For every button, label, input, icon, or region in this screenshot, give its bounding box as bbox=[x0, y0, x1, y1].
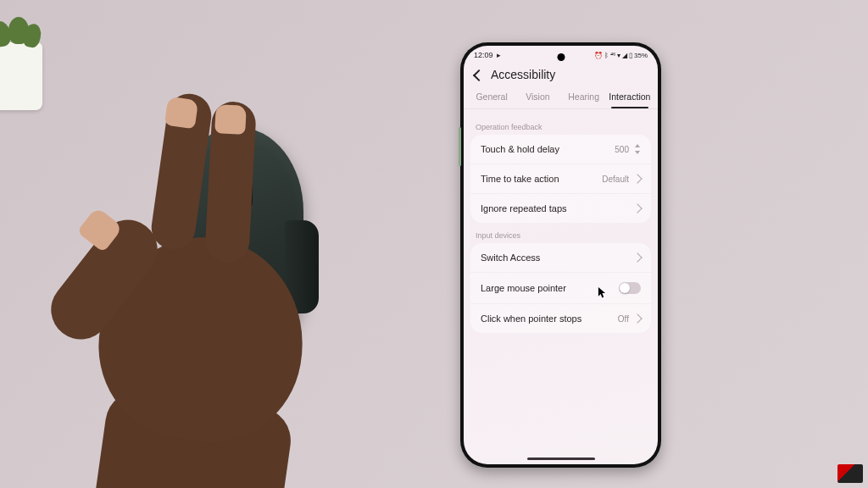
alarm-icon: ⏰ bbox=[594, 52, 603, 59]
row-time-to-take-action[interactable]: Time to take action Default bbox=[470, 164, 651, 193]
row-click-when-pointer-stops[interactable]: Click when pointer stops Off bbox=[470, 303, 651, 333]
status-time: 12:09 bbox=[474, 51, 493, 59]
phone-screen: 12:09 ▸ ⏰ ᛒ ⁴⁶ ▾ ◢ ▯ 35% Accessibility G… bbox=[464, 46, 658, 464]
watermark-logo bbox=[837, 464, 863, 483]
computer-mouse bbox=[172, 127, 303, 347]
page-title: Accessibility bbox=[491, 68, 555, 81]
row-label: Touch & hold delay bbox=[481, 144, 615, 154]
chevron-right-icon bbox=[632, 252, 642, 262]
battery-icon: ▯ bbox=[629, 52, 632, 59]
tab-hearing[interactable]: Hearing bbox=[561, 86, 607, 108]
tab-vision[interactable]: Vision bbox=[515, 86, 560, 108]
tab-general[interactable]: General bbox=[469, 86, 515, 108]
phone-frame: 12:09 ▸ ⏰ ᛒ ⁴⁶ ▾ ◢ ▯ 35% Accessibility G… bbox=[460, 42, 661, 468]
section-label-operation-feedback: Operation feedback bbox=[470, 114, 651, 135]
gesture-bar[interactable] bbox=[527, 458, 595, 460]
operation-feedback-card: Touch & hold delay 500 Time to take acti… bbox=[470, 135, 651, 223]
row-ignore-repeated-taps[interactable]: Ignore repeated taps bbox=[470, 193, 651, 223]
tab-interaction[interactable]: Interaction bbox=[607, 86, 653, 108]
chevron-right-icon bbox=[632, 203, 642, 213]
volte-icon: ⁴⁶ bbox=[610, 52, 615, 59]
section-label-input-devices: Input devices bbox=[470, 223, 651, 243]
toggle-large-mouse-pointer[interactable] bbox=[619, 282, 641, 294]
row-touch-hold-delay[interactable]: Touch & hold delay 500 bbox=[470, 135, 651, 164]
plant-pot bbox=[0, 0, 51, 119]
hand-holding-mouse bbox=[92, 119, 371, 483]
chevron-right-icon bbox=[632, 174, 642, 183]
row-large-mouse-pointer[interactable]: Large mouse pointer bbox=[470, 272, 651, 303]
row-label: Switch Access bbox=[481, 252, 634, 263]
video-icon: ▸ bbox=[497, 51, 501, 59]
stepper-icon bbox=[634, 144, 641, 154]
battery-percent: 35% bbox=[634, 52, 648, 59]
camera-hole bbox=[557, 53, 565, 61]
bluetooth-icon: ᛒ bbox=[604, 52, 609, 59]
back-button[interactable] bbox=[472, 69, 484, 80]
input-devices-card: Switch Access Large mouse pointer Click … bbox=[470, 243, 651, 333]
row-value: Default bbox=[602, 175, 629, 184]
row-value: 500 bbox=[615, 145, 629, 154]
row-label: Click when pointer stops bbox=[481, 313, 618, 324]
page-header: Accessibility bbox=[464, 61, 658, 86]
tab-bar: General Vision Hearing Interaction bbox=[464, 86, 658, 109]
wifi-icon: ▾ bbox=[617, 52, 620, 59]
chevron-right-icon bbox=[632, 313, 642, 323]
signal-icon: ◢ bbox=[622, 52, 627, 59]
row-value: Off bbox=[618, 314, 629, 324]
row-label: Ignore repeated taps bbox=[481, 203, 634, 214]
row-label: Time to take action bbox=[481, 174, 602, 184]
row-switch-access[interactable]: Switch Access bbox=[470, 243, 651, 272]
